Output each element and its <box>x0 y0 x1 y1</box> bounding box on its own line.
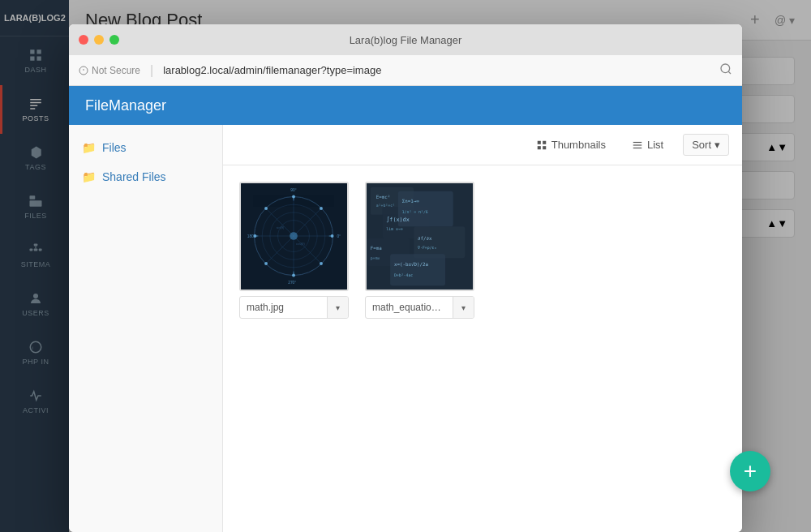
file-name: math_equations-wallpa... <box>366 298 453 316</box>
svg-text:D=b²-4ac: D=b²-4ac <box>394 272 413 277</box>
svg-text:∫f(x)dx: ∫f(x)dx <box>386 217 410 223</box>
svg-point-55 <box>290 232 298 240</box>
svg-rect-27 <box>633 141 642 142</box>
file-item: E=mc² a²+b²=c² ∫f(x)dx lim x→∞ Σn=1→∞ 1/… <box>365 182 474 319</box>
modal-overlay: Lara(b)log File Manager Not Secure | lar… <box>0 0 811 532</box>
modal-title: Lara(b)log File Manager <box>350 34 462 46</box>
svg-rect-64 <box>390 254 445 285</box>
svg-rect-25 <box>537 146 540 149</box>
fm-files-grid: 90° 0° 180° 270° sin(θ) cos(θ) <box>223 165 742 532</box>
file-thumbnail[interactable]: E=mc² a²+b²=c² ∫f(x)dx lim x→∞ Σn=1→∞ 1/… <box>365 182 474 291</box>
svg-text:1/n² = π²/6: 1/n² = π²/6 <box>402 209 428 214</box>
fm-toolbar: Thumbnails List Sort ▾ <box>223 125 742 165</box>
filemanager-header: FileManager <box>69 86 742 125</box>
svg-point-47 <box>320 207 323 210</box>
sidebar-item-shared-files[interactable]: 📁 Shared Files <box>69 162 222 191</box>
svg-point-49 <box>320 262 323 265</box>
thumbnails-icon <box>536 139 547 151</box>
list-icon <box>632 139 643 151</box>
fab-add-button[interactable]: + <box>730 451 770 491</box>
svg-line-22 <box>728 71 731 74</box>
svg-text:0°: 0° <box>337 234 341 238</box>
file-name-bar: math.jpg ▾ <box>239 296 349 319</box>
svg-rect-62 <box>414 226 465 258</box>
svg-point-45 <box>292 274 295 277</box>
search-icon[interactable] <box>719 62 732 78</box>
svg-text:∇·F=ρ/ε₀: ∇·F=ρ/ε₀ <box>417 245 436 250</box>
addr-separator: | <box>150 63 153 78</box>
address-bar: Not Secure | larablog2.local/admin/filem… <box>69 55 742 86</box>
svg-text:Σn=1→∞: Σn=1→∞ <box>402 199 419 204</box>
file-name-bar: math_equations-wallpa... ▾ <box>365 296 474 319</box>
file-actions-button[interactable]: ▾ <box>453 297 474 318</box>
file-thumbnail[interactable]: 90° 0° 180° 270° sin(θ) cos(θ) <box>239 182 349 291</box>
chevron-down-icon: ▾ <box>714 139 720 151</box>
svg-rect-24 <box>543 140 546 144</box>
maximize-window-button[interactable] <box>109 35 119 45</box>
filemanager-title: FileManager <box>85 97 166 114</box>
sort-button[interactable]: Sort ▾ <box>683 134 729 156</box>
svg-text:sin(θ): sin(θ) <box>277 225 285 230</box>
svg-text:90°: 90° <box>290 188 296 192</box>
svg-text:∂f/∂x: ∂f/∂x <box>418 236 432 241</box>
svg-rect-23 <box>537 140 540 144</box>
svg-point-21 <box>721 64 730 73</box>
thumbnails-view-button[interactable]: Thumbnails <box>530 135 612 155</box>
svg-text:cos(θ): cos(θ) <box>296 242 305 246</box>
file-item: 90° 0° 180° 270° sin(θ) cos(θ) <box>239 182 349 319</box>
svg-text:180°: 180° <box>247 234 255 238</box>
file-actions-button[interactable]: ▾ <box>327 297 348 318</box>
list-view-button[interactable]: List <box>625 135 670 155</box>
math2-thumbnail: E=mc² a²+b²=c² ∫f(x)dx lim x→∞ Σn=1→∞ 1/… <box>367 182 473 291</box>
svg-text:E=mc²: E=mc² <box>376 195 391 200</box>
svg-text:a²+b²=c²: a²+b²=c² <box>376 203 395 208</box>
svg-point-50 <box>264 207 268 210</box>
url-bar[interactable]: larablog2.local/admin/filemanager?type=i… <box>163 64 713 76</box>
modal-titlebar: Lara(b)log File Manager <box>69 24 742 55</box>
svg-rect-28 <box>633 144 642 145</box>
svg-text:270°: 270° <box>288 281 296 285</box>
svg-text:x=(-b±√D)/2a: x=(-b±√D)/2a <box>394 262 428 267</box>
filemanager-body: 📁 Files 📁 Shared Files Thumb <box>69 125 742 532</box>
svg-text:p=mv: p=mv <box>371 255 380 260</box>
fm-main: Thumbnails List Sort ▾ <box>223 125 742 532</box>
fm-sidebar: 📁 Files 📁 Shared Files <box>69 125 223 532</box>
svg-text:F=ma: F=ma <box>371 246 382 251</box>
svg-rect-29 <box>633 147 642 148</box>
shared-folder-icon: 📁 <box>82 170 96 183</box>
svg-rect-26 <box>543 146 546 149</box>
window-controls <box>79 35 119 45</box>
info-icon <box>79 66 88 75</box>
math1-thumbnail: 90° 0° 180° 270° sin(θ) cos(θ) <box>241 182 347 291</box>
sidebar-item-files[interactable]: 📁 Files <box>69 133 222 162</box>
svg-text:lim x→∞: lim x→∞ <box>386 226 402 231</box>
svg-point-48 <box>264 262 268 265</box>
file-manager-modal: Lara(b)log File Manager Not Secure | lar… <box>69 24 742 532</box>
security-indicator: Not Secure <box>79 65 140 76</box>
file-name: math.jpg <box>240 298 327 316</box>
close-window-button[interactable] <box>79 35 88 45</box>
svg-point-44 <box>331 234 334 238</box>
folder-icon: 📁 <box>82 141 96 154</box>
minimize-window-button[interactable] <box>94 35 104 45</box>
svg-point-43 <box>292 195 295 199</box>
